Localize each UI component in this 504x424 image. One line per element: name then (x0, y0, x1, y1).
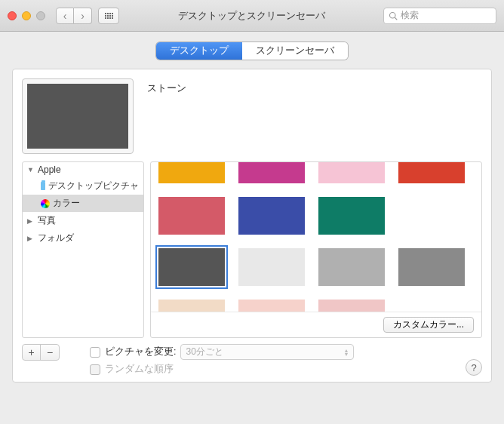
show-all-button[interactable] (98, 8, 119, 24)
search-placeholder: 検索 (401, 9, 419, 22)
custom-color-button[interactable]: カスタムカラー... (383, 317, 474, 333)
grid-icon (105, 13, 113, 19)
current-name: ストーン (147, 78, 186, 154)
color-wheel-icon (41, 199, 50, 208)
color-swatch[interactable] (158, 300, 225, 312)
tabbar: デスクトップ スクリーンセーバ (12, 42, 492, 60)
color-swatch[interactable] (238, 300, 305, 312)
folder-icon (41, 182, 45, 190)
sidebar-item-photos[interactable]: ▶写真 (23, 212, 143, 229)
sidebar-item-colors[interactable]: カラー (23, 195, 143, 212)
interval-dropdown[interactable]: 30分ごと ▲▼ (180, 344, 354, 360)
tab-screensaver[interactable]: スクリーンセーバ (242, 42, 348, 60)
source-sidebar: ▼Apple デスクトップピクチャ カラー ▶写真 ▶フォルダ (22, 161, 144, 338)
color-swatch[interactable] (398, 162, 465, 183)
titlebar: ‹ › デスクトップとスクリーンセーバ 検索 (0, 0, 504, 32)
window-title: デスクトップとスクリーンセーバ (125, 9, 377, 23)
sidebar-item-desktop-pictures[interactable]: デスクトップピクチャ (23, 177, 143, 195)
svg-point-0 (390, 12, 396, 18)
change-picture-label: ピクチャを変更: (105, 346, 176, 358)
zoom-icon (36, 11, 45, 20)
random-order-checkbox (90, 364, 100, 375)
search-input[interactable]: 検索 (383, 8, 496, 24)
color-swatch[interactable] (318, 248, 385, 286)
help-button[interactable]: ? (466, 359, 482, 376)
color-swatch[interactable] (238, 162, 305, 183)
color-swatch[interactable] (158, 248, 225, 286)
main-panel: ストーン ▼Apple デスクトップピクチャ カラー ▶写真 ▶フォルダ カスタ… (12, 69, 492, 383)
minimize-icon[interactable] (22, 11, 31, 20)
preview-swatch (27, 84, 128, 149)
sidebar-item-apple[interactable]: ▼Apple (23, 162, 143, 177)
desktop-preview (22, 78, 134, 154)
color-swatch[interactable] (158, 162, 225, 183)
random-order-label: ランダムな順序 (105, 363, 174, 376)
color-swatch[interactable] (238, 248, 305, 286)
color-swatch[interactable] (318, 162, 385, 183)
add-button[interactable]: + (23, 345, 41, 360)
color-swatch[interactable] (318, 197, 385, 235)
sidebar-item-folders[interactable]: ▶フォルダ (23, 229, 143, 247)
content: デスクトップ スクリーンセーバ ストーン ▼Apple デスクトップピクチャ カ… (0, 32, 504, 395)
nav-buttons: ‹ › (56, 8, 92, 24)
color-swatch[interactable] (318, 300, 385, 312)
forward-button[interactable]: › (74, 8, 92, 24)
back-button[interactable]: ‹ (56, 8, 74, 24)
color-swatch[interactable] (398, 248, 465, 286)
tab-desktop[interactable]: デスクトップ (156, 42, 242, 60)
window-controls (8, 11, 45, 20)
search-icon (389, 11, 398, 20)
swatch-area: カスタムカラー... (150, 161, 482, 338)
remove-button[interactable]: − (41, 345, 59, 360)
color-swatch[interactable] (158, 197, 225, 235)
chevron-updown-icon: ▲▼ (344, 349, 349, 356)
color-swatch[interactable] (238, 197, 305, 235)
close-icon[interactable] (8, 11, 17, 20)
change-picture-checkbox[interactable] (90, 347, 100, 358)
svg-line-1 (395, 17, 397, 20)
add-remove: + − (22, 344, 60, 361)
